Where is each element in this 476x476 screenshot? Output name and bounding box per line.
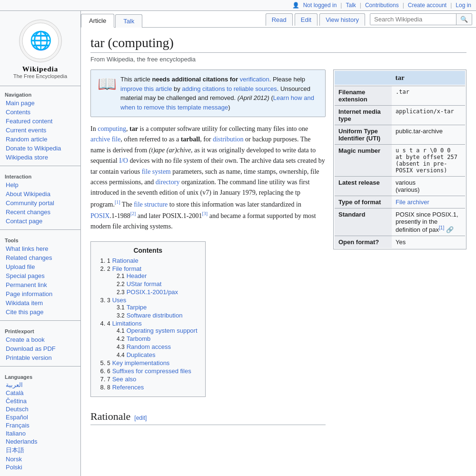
io-link[interactable]: I/O	[119, 157, 128, 164]
improve-article-link[interactable]: improve this article	[120, 85, 172, 92]
contributions-link[interactable]: Contributions	[365, 2, 399, 9]
file-system-link[interactable]: file system	[142, 168, 171, 175]
toc-key-impl[interactable]: 5Key implementations	[107, 359, 169, 367]
languages-section: Languages العربية Català Čeština Deutsch…	[0, 368, 80, 473]
sidebar-item-download-pdf[interactable]: Download as PDF	[0, 344, 80, 353]
computing-link[interactable]: computing	[98, 125, 126, 132]
infobox-label-filename-ext: Filename extension	[335, 86, 392, 105]
sidebar-item-page-information[interactable]: Page information	[0, 289, 80, 298]
toc-limitations[interactable]: 4Limitations	[107, 320, 142, 327]
file-archiver-link[interactable]: File archiver	[396, 198, 429, 206]
tab-article[interactable]: Article	[81, 14, 114, 28]
sidebar-item-permanent-link[interactable]: Permanent link	[0, 280, 80, 289]
talk-link[interactable]: Talk	[346, 2, 356, 9]
lang-es[interactable]: Español	[0, 413, 80, 421]
infobox-row-filename-ext: Filename extension .tar	[335, 86, 465, 105]
verification-link[interactable]: verification	[240, 76, 269, 83]
lang-pl[interactable]: Polski	[0, 463, 80, 471]
nav-section: Navigation Main page Contents Featured c…	[0, 86, 80, 164]
article-body: 📖 This article needs additional citation…	[90, 69, 466, 429]
sidebar-item-contact[interactable]: Contact page	[0, 217, 80, 226]
toc-posix[interactable]: 2.3POSIX.1-2001/pax	[117, 288, 178, 296]
sidebar-item-random-article[interactable]: Random article	[0, 135, 80, 144]
sidebar-item-create-book[interactable]: Create a book	[0, 335, 80, 344]
infobox-value-standard: POSIX since POSIX.1, presently in the de…	[392, 208, 465, 236]
search-box: 🔍	[370, 13, 472, 25]
lang-nl[interactable]: Nederlands	[0, 437, 80, 446]
tab-view-history[interactable]: View history	[319, 13, 365, 26]
tab-talk[interactable]: Talk	[115, 14, 142, 28]
tab-read[interactable]: Read	[266, 13, 293, 26]
interaction-title: Interaction	[0, 172, 80, 180]
toc-ustar[interactable]: 2.2UStar format	[117, 280, 161, 288]
logo-title: Wikipedia	[22, 65, 58, 73]
infobox-row-open-format: Open format? Yes	[335, 236, 465, 248]
toc-header[interactable]: 2.1Header	[117, 272, 147, 279]
print-title: Print/export	[0, 327, 80, 335]
toc-file-format[interactable]: 2File format	[107, 265, 141, 272]
search-input[interactable]	[370, 14, 456, 25]
sidebar-item-donate[interactable]: Donate to Wikipedia	[0, 144, 80, 153]
lang-no[interactable]: Norsk	[0, 455, 80, 463]
lang-fr[interactable]: Français	[0, 421, 80, 429]
sidebar-item-featured-content[interactable]: Featured content	[0, 117, 80, 126]
not-logged-in-link[interactable]: Not logged in	[303, 2, 337, 9]
sidebar-item-upload-file[interactable]: Upload file	[0, 262, 80, 271]
create-account-link[interactable]: Create account	[408, 2, 446, 9]
toc-tarbomb[interactable]: 4.2Tarbomb	[117, 335, 150, 342]
interaction-section: Interaction Help About Wikipedia Communi…	[0, 168, 80, 228]
pax-ext-link[interactable]: 🔗	[446, 226, 454, 233]
toc-os-support[interactable]: 4.1Operating system support	[117, 327, 198, 334]
sidebar-item-wikidata[interactable]: Wikidata item	[0, 298, 80, 307]
archive-file-link[interactable]: archive file	[90, 136, 120, 143]
sidebar-item-special-pages[interactable]: Special pages	[0, 271, 80, 280]
infobox-label-open-format: Open format?	[335, 236, 392, 248]
lang-cs[interactable]: Čeština	[0, 397, 80, 405]
sidebar-item-about[interactable]: About Wikipedia	[0, 189, 80, 198]
directory-link[interactable]: directory	[156, 178, 180, 186]
infobox-table: tar Filename extension .tar Internet med…	[333, 69, 466, 249]
infobox-row-magic: Magic number u s t a r \0 0 0 at byte of…	[335, 144, 465, 176]
posix-link[interactable]: POSIX	[90, 212, 109, 219]
edit-rationale-link[interactable]: edit	[136, 415, 145, 421]
lang-ja[interactable]: 日本語	[0, 446, 80, 455]
tab-edit[interactable]: Edit	[295, 13, 317, 26]
distribution-link[interactable]: distribution	[213, 136, 244, 143]
toc-software-dist[interactable]: 3.2Software distribution	[117, 312, 182, 319]
tab-bar: Article Talk Read Edit View history 🔍	[81, 11, 476, 28]
infobox-value-magic: u s t a r \0 0 0 at byte offset 257 (abs…	[392, 145, 465, 176]
toc-see-also[interactable]: 7See also	[107, 376, 136, 383]
sidebar-item-related-changes[interactable]: Related changes	[0, 253, 80, 262]
adding-citations-link[interactable]: adding citations to reliable sources	[182, 85, 277, 92]
lang-it[interactable]: Italiano	[0, 429, 80, 437]
toc-rationale[interactable]: 1Rationale	[107, 257, 139, 264]
sidebar-item-what-links[interactable]: What links here	[0, 244, 80, 253]
search-button[interactable]: 🔍	[456, 14, 472, 25]
rationale-edit-link[interactable]: [edit]	[134, 415, 147, 421]
toc-duplicates[interactable]: 4.4Duplicates	[117, 351, 155, 358]
sidebar-item-recent-changes[interactable]: Recent changes	[0, 208, 80, 217]
tab-right: Read Edit View history 🔍	[262, 11, 476, 27]
lang-ca[interactable]: Català	[0, 389, 80, 397]
toc-random-access[interactable]: 4.3Random access	[117, 343, 171, 350]
tab-left: Article Talk	[81, 13, 262, 27]
sidebar-item-printable[interactable]: Printable version	[0, 353, 80, 362]
citation-box: 📖 This article needs additional citation…	[90, 69, 326, 117]
log-in-link[interactable]: Log in	[456, 2, 471, 9]
remove-template-link[interactable]: Learn how and when to remove this templa…	[120, 94, 314, 111]
sidebar-item-main-page[interactable]: Main page	[0, 99, 80, 108]
toc-uses[interactable]: 3Uses	[107, 297, 126, 304]
sidebar-item-community-portal[interactable]: Community portal	[0, 198, 80, 208]
lang-de[interactable]: Deutsch	[0, 405, 80, 413]
sidebar-item-contents[interactable]: Contents	[0, 108, 80, 117]
sidebar-item-cite[interactable]: Cite this page	[0, 307, 80, 317]
file-structure-link[interactable]: file structure	[134, 200, 168, 208]
toc-suffixes[interactable]: 6Suffixes for compressed files	[107, 367, 191, 375]
lang-ar[interactable]: العربية	[0, 381, 80, 389]
sidebar-item-store[interactable]: Wikipedia store	[0, 153, 80, 162]
sidebar-item-help[interactable]: Help	[0, 180, 80, 189]
infobox-value-filename-ext: .tar	[392, 86, 465, 105]
toc-references[interactable]: 8References	[107, 384, 144, 391]
toc-tarpipe[interactable]: 3.1Tarpipe	[117, 304, 147, 311]
sidebar-item-current-events[interactable]: Current events	[0, 126, 80, 135]
